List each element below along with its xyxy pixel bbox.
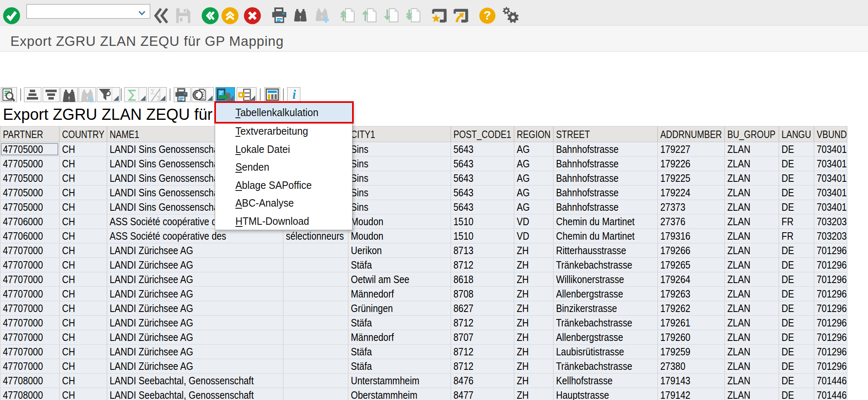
svg-text:Σ: Σ [151,88,155,96]
svg-text:i: i [293,88,296,102]
svg-text:?: ? [484,8,491,22]
